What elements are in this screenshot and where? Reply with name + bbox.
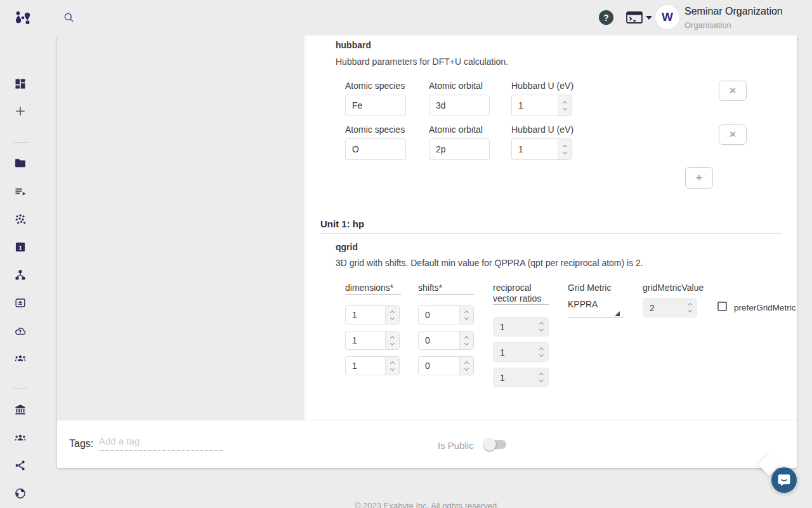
org-type: Organisation (684, 20, 731, 30)
grid-metric-label: Grid Metric (568, 283, 611, 293)
shifts-label: shifts* (418, 283, 442, 293)
shift-z-input[interactable]: 0 (418, 356, 474, 375)
number-spinner[interactable] (385, 306, 399, 324)
playlist-icon[interactable] (14, 185, 27, 197)
number-spinner[interactable] (534, 343, 548, 361)
hubbard-u-label: Hubbard U (eV) (511, 124, 573, 135)
spin-down-icon[interactable] (687, 308, 691, 312)
group-icon[interactable] (14, 352, 27, 364)
number-spinner[interactable] (534, 368, 548, 387)
spin-down-icon[interactable] (464, 366, 469, 370)
number-spinner[interactable] (385, 331, 399, 349)
number-spinner[interactable] (683, 298, 697, 317)
reciprocal-ratio-x-input[interactable]: 1 (493, 317, 549, 337)
spin-down-icon[interactable] (563, 149, 567, 154)
search-icon[interactable] (63, 11, 75, 24)
spin-down-icon[interactable] (539, 378, 543, 382)
org-name[interactable]: Seminar Organization (684, 6, 783, 17)
cloud-upload-icon[interactable] (14, 324, 27, 337)
plus-icon[interactable] (14, 105, 27, 117)
hubbard-u-input[interactable]: 1 (511, 138, 572, 160)
spin-up-icon[interactable] (539, 322, 543, 326)
number-one-icon[interactable]: 1 (14, 241, 27, 253)
spin-up-icon[interactable] (464, 335, 469, 340)
spin-up-icon[interactable] (464, 361, 469, 365)
reciprocal-ratios-label: reciprocal vector ratios (493, 283, 551, 304)
reciprocal-ratio-y-input[interactable]: 1 (493, 342, 549, 362)
remove-row-button[interactable]: × (719, 124, 747, 145)
spin-up-icon[interactable] (563, 144, 567, 149)
spin-up-icon[interactable] (390, 335, 395, 340)
share-icon[interactable] (14, 459, 27, 472)
is-public-toggle[interactable] (483, 438, 506, 451)
atomic-species-input[interactable] (345, 138, 406, 160)
number-spinner[interactable] (558, 139, 572, 159)
spin-up-icon[interactable] (539, 347, 543, 352)
spin-down-icon[interactable] (539, 327, 543, 331)
app-logo-icon[interactable] (14, 9, 32, 27)
spin-up-icon[interactable] (563, 100, 567, 105)
number-spinner[interactable] (385, 357, 399, 375)
spin-down-icon[interactable] (464, 315, 469, 319)
topbar: ? W Seminar Organization Organisation (0, 0, 812, 36)
chat-bubble-icon (777, 473, 791, 487)
add-row-button[interactable]: + (685, 167, 713, 189)
dimension-y-input[interactable]: 1 (345, 331, 400, 350)
atomic-orbital-input[interactable] (429, 95, 490, 116)
spin-up-icon[interactable] (390, 361, 395, 365)
globe-icon[interactable] (14, 487, 27, 500)
select-underline (568, 317, 624, 318)
atomic-orbital-input[interactable] (429, 138, 490, 160)
copyright-text: © 2023 Exabyte Inc. All rights reserved. (57, 501, 797, 508)
help-icon[interactable]: ? (599, 10, 613, 25)
number-spinner[interactable] (558, 95, 572, 116)
toggle-knob (483, 438, 496, 451)
grid-metric-select[interactable]: KPPRA (568, 297, 624, 318)
spin-down-icon[interactable] (539, 352, 543, 357)
atomic-species-label: Atomic species (345, 81, 405, 91)
caret-down-icon[interactable] (646, 16, 652, 20)
label-underline (418, 294, 474, 295)
hierarchy-icon[interactable] (14, 269, 27, 281)
spin-down-icon[interactable] (464, 340, 469, 345)
spin-down-icon[interactable] (563, 105, 567, 110)
terminal-console-icon[interactable] (626, 11, 643, 25)
prefer-grid-metric-checkbox[interactable] (717, 302, 727, 311)
number-spinner[interactable] (534, 318, 548, 336)
number-spinner[interactable] (459, 357, 473, 375)
spin-up-icon[interactable] (464, 310, 469, 314)
group-icon[interactable] (14, 431, 27, 444)
avatar[interactable]: W (655, 5, 679, 29)
eject-box-icon[interactable] (14, 297, 27, 309)
select-arrow-icon (615, 311, 620, 316)
grid-metric-value-input[interactable]: 2 (643, 298, 697, 318)
tags-bar: Tags: Is Public (57, 420, 797, 468)
spin-up-icon[interactable] (687, 303, 691, 307)
unit-divider (320, 233, 782, 234)
spin-down-icon[interactable] (390, 366, 395, 370)
tags-label: Tags: (69, 438, 93, 450)
remove-row-button[interactable]: × (719, 81, 747, 101)
number-spinner[interactable] (459, 331, 473, 349)
atomic-species-input[interactable] (345, 95, 406, 116)
shift-x-input[interactable]: 0 (418, 305, 474, 324)
dimension-z-input[interactable]: 1 (345, 356, 400, 375)
sidebar-divider (13, 388, 28, 389)
shift-y-input[interactable]: 0 (418, 331, 474, 350)
grain-dots-icon[interactable] (14, 213, 27, 225)
svg-text:1: 1 (18, 244, 22, 251)
spin-down-icon[interactable] (390, 315, 395, 319)
bank-icon[interactable] (14, 403, 27, 416)
spin-down-icon[interactable] (390, 340, 395, 345)
hubbard-u-input[interactable]: 1 (511, 95, 572, 116)
avatar-letter: W (662, 10, 673, 24)
spin-up-icon[interactable] (539, 373, 543, 377)
folder-icon[interactable] (14, 157, 27, 170)
dashboard-icon[interactable] (14, 77, 27, 90)
dimension-x-input[interactable]: 1 (345, 305, 400, 324)
reciprocal-ratio-z-input[interactable]: 1 (493, 368, 549, 387)
tag-input[interactable] (99, 434, 223, 451)
spin-up-icon[interactable] (390, 310, 395, 314)
number-spinner[interactable] (459, 306, 473, 324)
chat-launcher-button[interactable] (771, 467, 797, 493)
